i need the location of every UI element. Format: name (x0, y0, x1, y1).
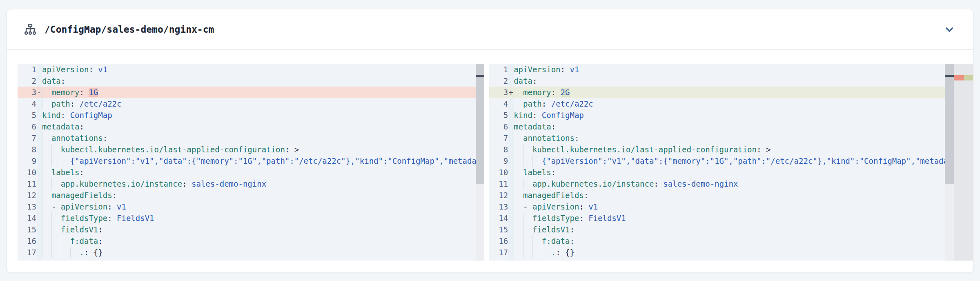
code-text: kind: ConfigMap (514, 111, 584, 120)
punctuation: : (584, 191, 588, 200)
indent-guide (51, 155, 52, 167)
indent-guide (514, 178, 514, 190)
line-number: 11 (18, 178, 36, 190)
line-number: 9 (18, 155, 36, 167)
code-text: annotations: (42, 134, 107, 143)
indent (514, 156, 542, 165)
diff-sign (36, 190, 42, 201)
yaml-key: app.kubernetes.io/instance (61, 179, 182, 188)
diff-sign (508, 132, 514, 144)
code-content: app.kubernetes.io/instance: sales-demo-n… (514, 178, 945, 190)
code-text: metadata: (514, 122, 556, 131)
yaml-key: . (80, 248, 84, 257)
code-line: 3- memory: 1G (18, 87, 476, 98)
line-number: 13 (18, 201, 36, 212)
line-number: 5 (18, 109, 36, 121)
indent-guide (514, 132, 514, 144)
diff-sign (36, 75, 42, 87)
punctuation: : (551, 122, 556, 131)
yaml-key: annotations (523, 134, 575, 143)
line-number: 14 (489, 212, 508, 224)
punctuation: : (579, 202, 584, 211)
yaml-key: memory (523, 88, 551, 97)
code-text: app.kubernetes.io/instance: sales-demo-n… (514, 179, 738, 188)
indent-guide (51, 178, 52, 190)
code-content: apiVersion: v1 (514, 64, 945, 75)
code-line: 14 fieldsType: FieldsV1 (18, 212, 476, 224)
code-content: metadata: (42, 121, 476, 132)
yaml-key: data (42, 76, 61, 85)
punctuation: : (107, 202, 112, 211)
indent-guide (514, 235, 514, 247)
code-text: metadata: (42, 122, 84, 131)
yaml-value: FieldsV1 (584, 214, 626, 223)
code-line: 9 {"apiVersion":"v1","data":{"memory":"1… (489, 155, 945, 167)
code-content: memory: 2G (514, 87, 945, 98)
indent-guide (523, 212, 523, 224)
punctuation: : (80, 168, 84, 177)
code-line: 11 app.kubernetes.io/instance: sales-dem… (489, 178, 945, 190)
punctuation: : (98, 236, 102, 245)
indent-guide (514, 212, 514, 224)
yaml-key: data (514, 76, 532, 85)
indent-guide (42, 224, 42, 235)
diff-sign (36, 98, 42, 109)
scrollbar-thumb[interactable] (945, 64, 954, 184)
code-line: 2data: (18, 75, 476, 87)
punctuation: : (532, 111, 537, 120)
indent (42, 202, 51, 211)
line-number: 7 (489, 132, 508, 144)
line-number: 3 (489, 87, 508, 98)
diff-sign (508, 224, 514, 235)
indent (42, 99, 51, 108)
indent-guide (51, 212, 52, 224)
diff-sign (508, 75, 514, 87)
yaml-key: apiVersion (42, 65, 89, 74)
indent (42, 236, 70, 245)
indent-guide (42, 235, 42, 247)
diff-sign (508, 98, 514, 109)
code-text: kind: ConfigMap (42, 111, 112, 120)
code-content: {"apiVersion":"v1","data":{"memory":"1G"… (514, 155, 945, 167)
line-number: 2 (489, 75, 508, 87)
code-line: 2data: (489, 75, 945, 87)
code-content: fieldsV1: (42, 224, 476, 235)
line-number: 6 (18, 121, 36, 132)
indent-guide (42, 132, 42, 144)
ruler-mark-removed (954, 75, 964, 80)
yaml-value: sales-demo-nginx (187, 179, 266, 188)
code-line: 16 f:data: (489, 235, 945, 247)
code-text: managedFields: (42, 191, 117, 200)
indent (42, 168, 51, 177)
code-content: f:data: (42, 235, 476, 247)
collapse-button[interactable] (940, 20, 958, 38)
line-number: 11 (489, 178, 508, 190)
code-content: data: (514, 75, 945, 87)
line-number: 17 (18, 247, 36, 258)
code-text: fieldsType: FieldsV1 (514, 214, 626, 223)
code-text: managedFields: (514, 191, 588, 200)
scrollbar-thumb[interactable] (476, 64, 484, 184)
punctuation: : (570, 236, 574, 245)
indent-guide (514, 201, 514, 212)
code-text: fieldsType: FieldsV1 (42, 214, 154, 223)
indent (514, 236, 542, 245)
line-number: 4 (489, 98, 508, 109)
yaml-key: kubectl.kubernetes.io/last-applied-confi… (61, 145, 285, 154)
indent-guide (532, 247, 533, 258)
code-line: 16 f:data: (18, 235, 476, 247)
left-vertical-scrollbar[interactable] (476, 64, 484, 261)
ruler-mark-added (964, 75, 973, 80)
code-text: annotations: (514, 134, 579, 143)
indent (42, 134, 51, 143)
code-line: 3+ memory: 2G (489, 87, 945, 98)
code-content: annotations: (42, 132, 476, 144)
indent-guide (514, 190, 514, 201)
line-number: 15 (18, 224, 36, 235)
right-vertical-scrollbar[interactable] (945, 64, 954, 261)
diff-sign: + (508, 87, 514, 98)
yaml-key: managedFields (51, 191, 112, 200)
line-number: 12 (18, 190, 36, 201)
code-text: labels: (42, 168, 84, 177)
code-content: managedFields: (42, 190, 476, 201)
